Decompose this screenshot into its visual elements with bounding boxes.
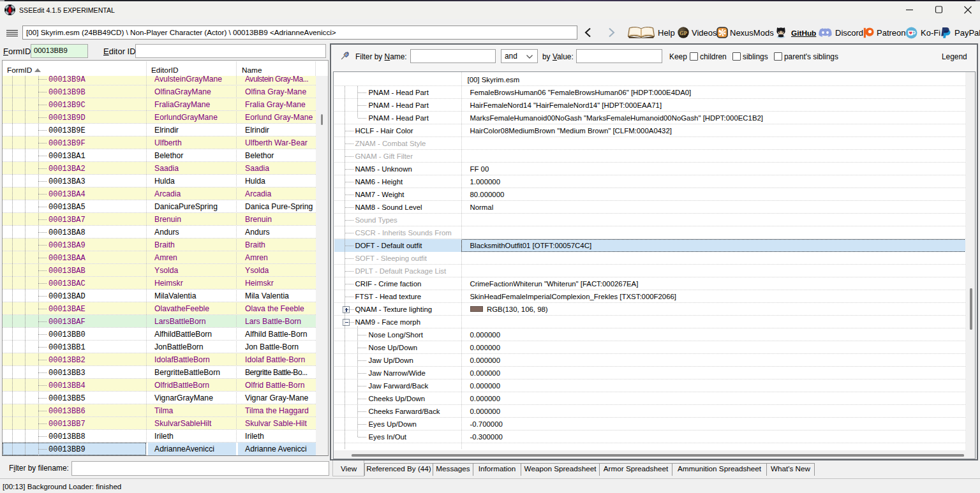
svg-text:GP: GP	[679, 30, 687, 36]
